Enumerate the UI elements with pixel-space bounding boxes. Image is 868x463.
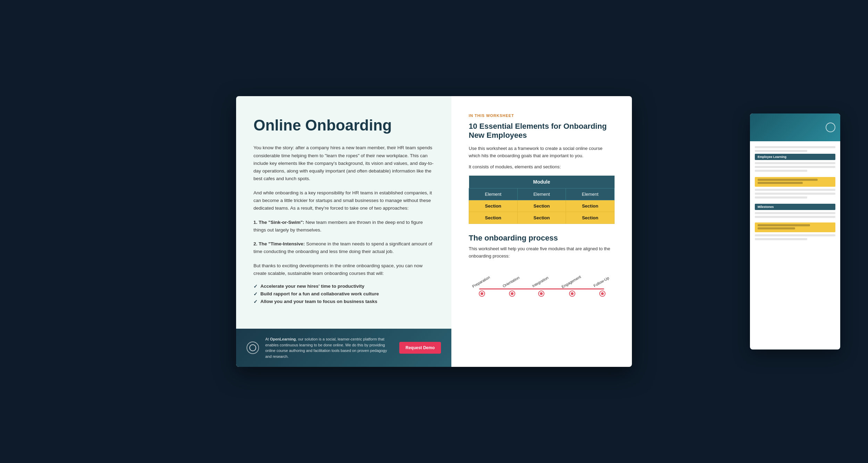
element-cell-2: Element (517, 188, 566, 200)
step-label-4: Engagement (561, 275, 582, 289)
preview-section-label-1: Employee Learning (755, 154, 835, 160)
preview-blurred-4 (755, 166, 835, 168)
ph-line-1 (758, 179, 818, 181)
left-content: Online Onboarding You know the story: af… (236, 96, 451, 329)
worksheet-label: IN THIS WORKSHEET (469, 113, 615, 118)
preview-blurred-1 (755, 146, 835, 148)
preview-highlight-yellow-2 (755, 222, 835, 232)
ph-line-4 (758, 227, 795, 229)
step-dot-2 (510, 291, 515, 296)
module-table: Module Element Element Element Section S… (469, 176, 615, 224)
preview-blurred-8 (755, 196, 807, 199)
paragraph-4: 2. The "Time-Intensive: Someone in the t… (253, 240, 434, 256)
footer-brand: OpenLearning (270, 337, 296, 341)
paragraph-2: And while onboarding is a key responsibi… (253, 189, 434, 212)
timeline-step-5: Follow-Up (594, 279, 611, 296)
bold-item-1: 1. The "Sink-or-Swim": New team members … (253, 220, 423, 233)
timeline-container: Preparation Orientation Integration (469, 266, 615, 293)
section-row-2: Section Section Section (469, 212, 615, 224)
worksheet-description: Use this worksheet as a framework to cre… (469, 145, 615, 160)
timeline-steps: Preparation Orientation Integration (472, 279, 611, 296)
step-dot-5 (600, 291, 605, 296)
preview-blurred-12 (755, 238, 807, 240)
section-cell-2-2: Section (517, 212, 566, 224)
timeline-step-4: Engagement (561, 279, 583, 296)
preview-blurred-6 (755, 189, 835, 191)
checklist-item-3: Allow you and your team to focus on busi… (253, 299, 434, 304)
checklist: Accelerate your new hires' time to produ… (253, 284, 434, 304)
step-dot-4 (570, 291, 575, 296)
step-dot-3 (539, 291, 544, 296)
step-label-2: Orientation (502, 275, 520, 288)
timeline-step-3: Integration (532, 279, 550, 296)
preview-logo-icon (826, 123, 835, 132)
right-page: IN THIS WORKSHEET 10 Essential Elements … (451, 96, 632, 367)
preview-blurred-11 (755, 234, 835, 236)
preview-blurred-2 (755, 150, 807, 152)
outer-container: Online Onboarding You know the story: af… (0, 0, 868, 463)
bold-label-1: 1. The "Sink-or-Swim": (253, 220, 304, 225)
ol-logo (247, 342, 259, 354)
footer-text: At OpenLearning, our solution is a socia… (265, 336, 393, 359)
section-cell-2-1: Section (469, 212, 518, 224)
element-cell-3: Element (566, 188, 615, 200)
section-cell-1-2: Section (517, 200, 566, 212)
preview-blurred-7 (755, 193, 835, 195)
step-label-3: Integration (532, 275, 549, 288)
preview-header (750, 113, 840, 141)
paragraph-5: But thanks to exciting developments in t… (253, 262, 434, 278)
left-page: Online Onboarding You know the story: af… (236, 96, 451, 367)
step-dot-1 (479, 291, 484, 296)
timeline-step-2: Orientation (503, 279, 521, 296)
section-cell-1-3: Section (566, 200, 615, 212)
timeline-line (479, 288, 604, 289)
step-label-5: Follow-Up (593, 276, 610, 288)
page-title: Online Onboarding (253, 117, 434, 134)
checklist-item-2: Build rapport for a fun and collaborativ… (253, 291, 434, 297)
section-row-1: Section Section Section (469, 200, 615, 212)
ol-logo-inner (249, 344, 256, 351)
section-cell-1-1: Section (469, 200, 518, 212)
preview-highlight-yellow-1 (755, 177, 835, 187)
ph-line-2 (758, 182, 803, 184)
element-row: Element Element Element (469, 188, 615, 200)
left-footer: At OpenLearning, our solution is a socia… (236, 329, 451, 367)
checklist-item-1: Accelerate your new hires' time to produ… (253, 284, 434, 289)
ph-line-3 (758, 224, 810, 226)
worksheet-title: 10 Essential Elements for Onboarding New… (469, 122, 615, 140)
bold-item-2: 2. The "Time-Intensive: Someone in the t… (253, 241, 432, 254)
timeline-step-1: Preparation (472, 279, 492, 296)
preview-content: Employee Learning Milestones (750, 141, 840, 247)
paragraph-1: You know the story: after a company hire… (253, 144, 434, 183)
request-demo-button[interactable]: Request Demo (399, 342, 441, 354)
preview-section-label-2: Milestones (755, 204, 835, 210)
bold-label-2: 2. The "Time-Intensive: (253, 241, 305, 246)
step-label-1: Preparation (471, 275, 491, 288)
onboarding-desc: This worksheet will help you create five… (469, 245, 615, 260)
preview-blurred-3 (755, 162, 835, 164)
element-cell-1: Element (469, 188, 518, 200)
preview-panel: Employee Learning Milestones (750, 113, 840, 350)
section-cell-2-3: Section (566, 212, 615, 224)
preview-blurred-9 (755, 212, 835, 214)
preview-blurred-5 (755, 170, 807, 172)
onboarding-section-title: The onboarding process (469, 234, 615, 243)
modules-intro: It consists of modules, elements and sec… (469, 163, 615, 171)
module-header: Module (469, 176, 615, 188)
main-book: Online Onboarding You know the story: af… (236, 96, 632, 367)
timeline-section: Preparation Orientation Integration (469, 266, 615, 293)
preview-blurred-10 (755, 216, 835, 218)
paragraph-3: 1. The "Sink-or-Swim": New team members … (253, 219, 434, 234)
